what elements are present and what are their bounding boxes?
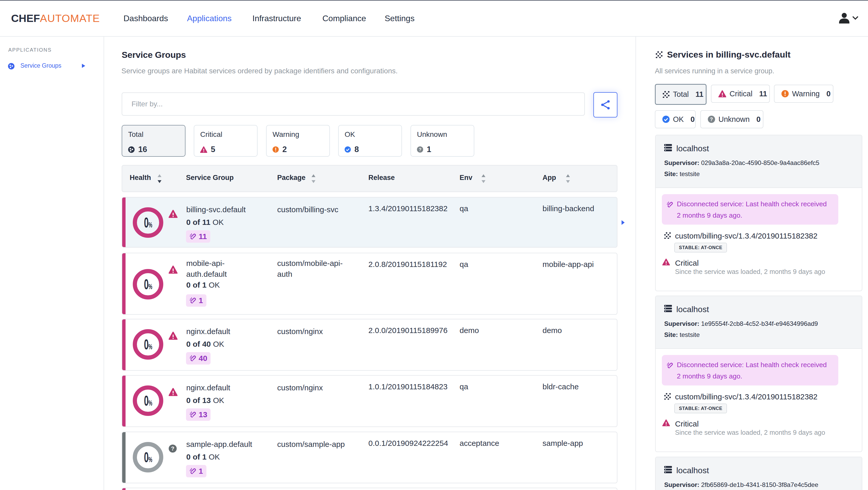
svg-text:?: ? bbox=[710, 117, 713, 122]
svg-text:?: ? bbox=[171, 446, 175, 452]
svg-text:?: ? bbox=[419, 147, 421, 152]
